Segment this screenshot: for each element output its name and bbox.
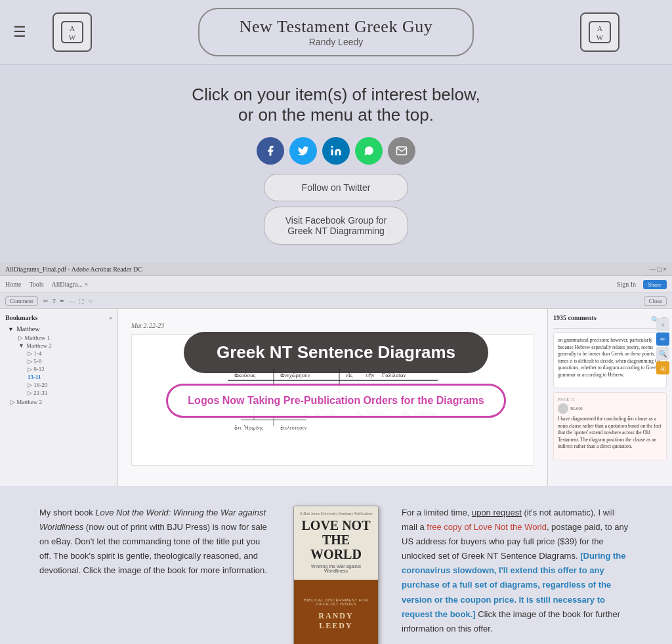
svg-point-6 xyxy=(331,146,333,148)
tool-icon-2[interactable]: T xyxy=(52,298,56,304)
svg-text:A: A xyxy=(70,24,75,32)
svg-text:ἀνεχώρησεν: ἀνεχώρησεν xyxy=(280,372,310,378)
share-button[interactable]: Share xyxy=(643,280,667,289)
mat-1-4[interactable]: ▷ 1-4 xyxy=(28,350,112,357)
pdf-toolbar: Home Tools AllDiagra... × Sign In Share xyxy=(0,276,672,293)
free-copy-link[interactable]: free copy of Love Not the World xyxy=(427,522,547,532)
logo-right: A W xyxy=(580,12,620,52)
svg-text:W: W xyxy=(597,33,604,41)
sign-in-button[interactable]: Sign In xyxy=(617,281,636,288)
mat-9-12[interactable]: ▷ 9-12 xyxy=(28,366,112,372)
mat-13-15[interactable]: 13-11 xyxy=(28,374,112,380)
tool-icon-6[interactable]: ○ xyxy=(89,298,92,304)
close-button[interactable]: Close xyxy=(644,296,667,306)
linkedin-icon[interactable] xyxy=(322,137,350,165)
tool-icon-5[interactable]: ⬚ xyxy=(79,298,85,304)
comment-tool-3[interactable]: 🔍 xyxy=(656,347,669,360)
logo-left: A W xyxy=(52,12,92,52)
svg-text:A: A xyxy=(597,24,602,32)
left-text-prefix: My short book xyxy=(39,508,95,517)
whatsapp-icon[interactable] xyxy=(355,137,383,165)
facebook-icon[interactable] xyxy=(257,137,284,165)
book-publisher: A Bob Jones University Seminary Publicat… xyxy=(299,512,373,515)
tool-icon-3[interactable]: ✒ xyxy=(60,298,65,304)
svg-text:ἐτελεύτησεν: ἐτελεύτησεν xyxy=(280,425,307,431)
hero-heading-line1: Click on your item(s) of interest below, xyxy=(13,85,659,105)
comment-count: 1935 comments xyxy=(553,314,597,321)
upon-request-link[interactable]: upon request xyxy=(472,508,522,517)
svg-text:W: W xyxy=(69,33,76,41)
comment-tool-2[interactable]: ✏ xyxy=(656,332,669,346)
site-header: ☰ A W New Testament Greek Guy Randy Leed… xyxy=(0,0,672,65)
pdf-screenshot: AllDiagrams_Final.pdf - Adobe Acrobat Re… xyxy=(0,263,672,486)
svg-text:τὴν: τὴν xyxy=(366,372,375,378)
tool-icon-4[interactable]: — xyxy=(69,298,75,304)
book-cover-subtitle: Winning the War against Worldliness xyxy=(299,564,373,573)
pdf-sidebar: Bookmarks × ▼ Matthew ▷ Matthew 1 ▼ Matt… xyxy=(0,309,118,486)
mat-reference: Mat 2:22-23 xyxy=(131,322,164,329)
comment-tool-1[interactable]: + xyxy=(656,318,669,331)
comment-tool-4[interactable]: ◎ xyxy=(656,361,669,374)
svg-text:ἀκούσας: ἀκούσας xyxy=(234,372,256,378)
mat-16-20[interactable]: ▷ 16-20 xyxy=(28,382,112,388)
mat-21-23[interactable]: ▷ 21-33 xyxy=(28,390,112,396)
hamburger-menu[interactable]: ☰ xyxy=(13,24,26,41)
svg-text:Ἡρῴδης: Ἡρῴδης xyxy=(244,425,264,431)
greek-nt-badge[interactable]: Greek NT Sentence Diagrams xyxy=(184,332,488,373)
book-author: RANDYLEEDY xyxy=(318,611,353,631)
social-icons-row xyxy=(13,137,659,165)
book-cover-title: LOVE NOT THE WORLD xyxy=(299,518,373,561)
email-icon[interactable] xyxy=(388,137,415,165)
site-title: New Testament Greek Guy xyxy=(232,17,440,37)
site-author: Randy Leedy xyxy=(232,37,440,47)
book-lower-section: Biblical Discernment for Difficult Issue… xyxy=(294,580,378,644)
hero-heading: Click on your item(s) of interest below,… xyxy=(13,85,659,125)
pdf-titlebar: AllDiagrams_Final.pdf - Adobe Acrobat Re… xyxy=(0,263,672,276)
tool-icon-1[interactable]: ✏ xyxy=(43,298,49,304)
comment-text-1: on grammatical precision; however, parti… xyxy=(558,337,662,378)
header-title-box: New Testament Greek Guy Randy Leedy xyxy=(198,8,474,56)
logos-badge[interactable]: Logos Now Taking Pre-Publication Orders … xyxy=(166,384,505,418)
bookmarks-label: Bookmarks xyxy=(5,314,37,321)
sidebar-close[interactable]: × xyxy=(109,315,112,321)
matthew-2-item[interactable]: ▼ Matthew 2 xyxy=(18,342,112,349)
hero-heading-line2: or on the menu at the top. xyxy=(13,105,659,125)
book-upper-section: A Bob Jones University Seminary Publicat… xyxy=(294,506,378,580)
svg-text:εἰς: εἰς xyxy=(346,372,353,378)
pdf-nav-file[interactable]: AllDiagra... × xyxy=(52,281,89,288)
svg-text:Γαλιλαίαν: Γαλιλαίαν xyxy=(382,372,406,378)
matthew-item[interactable]: Matthew xyxy=(16,325,40,332)
book-lower-subtitle: Biblical Discernment for Difficult Issue… xyxy=(299,598,373,606)
banner-section: AllDiagrams_Final.pdf - Adobe Acrobat Re… xyxy=(0,263,672,486)
hero-section: Click on your item(s) of interest below,… xyxy=(0,65,672,263)
comment-text-2: I have diagrammed the concluding ὅτι cla… xyxy=(558,416,662,451)
comment-button[interactable]: Comment xyxy=(5,296,38,306)
bottom-right-text: For a limited time, upon request (it's n… xyxy=(402,506,633,636)
pdf-nav-home[interactable]: Home xyxy=(5,281,21,288)
matthew-1-item[interactable]: ▷ Matthew 1 xyxy=(18,334,112,341)
follow-twitter-button[interactable]: Follow on Twitter xyxy=(264,174,408,201)
facebook-group-button[interactable]: Visit Facebook Group for Greek NT Diagra… xyxy=(264,207,408,245)
mat-5-8[interactable]: ▷ 5-8 xyxy=(28,358,112,365)
book-cover-image[interactable]: A Bob Jones University Seminary Publicat… xyxy=(293,506,379,644)
pdf-nav-tools[interactable]: Tools xyxy=(29,281,43,288)
right-prefix: For a limited time, xyxy=(402,508,472,517)
svg-text:ὅτι: ὅτι xyxy=(234,425,242,431)
twitter-icon[interactable] xyxy=(289,137,317,165)
bottom-left-text: My short book Love Not the World: Winnin… xyxy=(39,506,270,578)
book-cover-container[interactable]: A Bob Jones University Seminary Publicat… xyxy=(290,506,382,644)
pdf-comments-panel: 1935 comments 🔍 ⊞ on grammatical precisi… xyxy=(547,309,672,486)
matthew-3-item[interactable]: ▷ Matthew 2 xyxy=(8,399,112,405)
pdf-title-text: AllDiagrams_Final.pdf - Adobe Acrobat Re… xyxy=(5,266,142,273)
bottom-section: My short book Love Not the World: Winnin… xyxy=(0,486,672,644)
